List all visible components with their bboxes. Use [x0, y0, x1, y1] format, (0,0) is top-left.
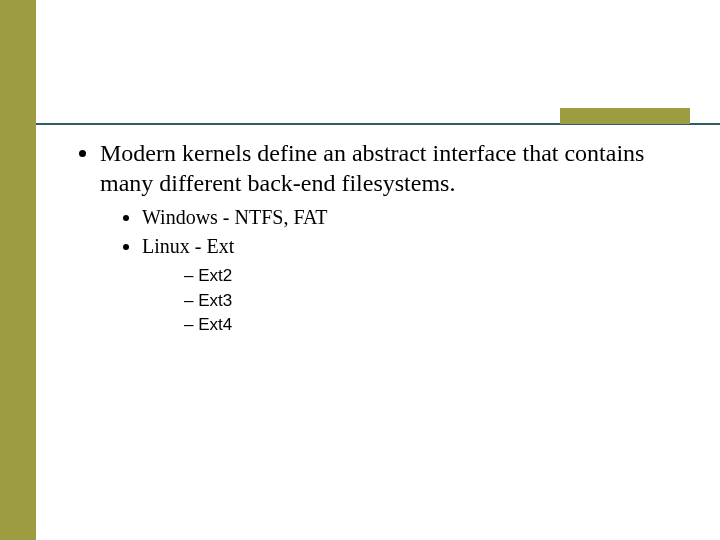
accent-block — [560, 108, 690, 124]
slide: Modern kernels define an abstract interf… — [0, 0, 720, 540]
bullet-text: Ext4 — [198, 315, 232, 334]
bullet-text: Modern kernels define an abstract interf… — [100, 140, 644, 196]
bullet-text: Windows - NTFS, FAT — [142, 206, 328, 228]
bullet-text: Ext2 — [198, 266, 232, 285]
list-item: Windows - NTFS, FAT — [142, 204, 670, 231]
bullet-list-level1: Modern kernels define an abstract interf… — [72, 138, 670, 338]
bullet-list-level2: Windows - NTFS, FAT Linux - Ext Ext2 Ext… — [100, 204, 670, 338]
list-item: Ext4 — [184, 313, 670, 338]
list-item: Linux - Ext Ext2 Ext3 Ext4 — [142, 233, 670, 338]
bullet-text: Ext3 — [198, 291, 232, 310]
bullet-list-level3: Ext2 Ext3 Ext4 — [142, 264, 670, 338]
slide-body: Modern kernels define an abstract interf… — [72, 138, 670, 344]
list-item: Ext3 — [184, 289, 670, 314]
left-accent-bar — [0, 0, 36, 540]
list-item: Ext2 — [184, 264, 670, 289]
bullet-text: Linux - Ext — [142, 235, 234, 257]
list-item: Modern kernels define an abstract interf… — [100, 138, 670, 338]
